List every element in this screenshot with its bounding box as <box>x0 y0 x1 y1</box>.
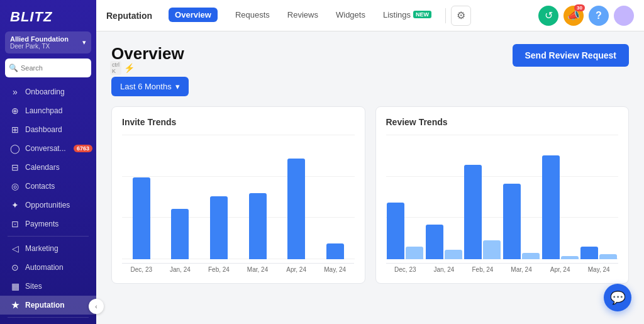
invite-trends-card: Invite Trends Dec, 23 Jan, 24 <box>111 106 365 284</box>
tab-overview[interactable]: Overview <box>160 0 226 31</box>
tab-requests[interactable]: Requests <box>226 0 279 31</box>
bar-r-dec23-sec <box>406 247 423 259</box>
sidebar-item-label: Conversat... <box>25 144 66 153</box>
chevron-down-icon: ▾ <box>175 82 180 91</box>
sidebar-item-label: Reputation <box>25 301 65 310</box>
sidebar-item-label: Marketing <box>25 244 58 253</box>
review-trends-chart: Dec, 23 Jan, 24 Feb, <box>386 135 619 273</box>
tab-listings-label: Listings <box>383 10 411 20</box>
bar-r-jan24-main <box>426 225 443 259</box>
sidebar-item-opportunities[interactable]: ✦ Opportunities <box>0 196 96 215</box>
date-filter-label: Last 6 Months <box>120 82 172 91</box>
automation-icon: ⊙ <box>10 262 20 272</box>
tab-requests-label: Requests <box>235 10 270 20</box>
bar-label-jan24: Jan, 24 <box>161 263 200 273</box>
user-avatar[interactable] <box>614 6 634 26</box>
bar-r-feb24-sec <box>483 240 501 259</box>
account-name: Allied Foundation <box>10 35 69 43</box>
tab-widgets-label: Widgets <box>336 10 365 20</box>
refresh-icon: ↺ <box>545 9 553 21</box>
date-filter-button[interactable]: Last 6 Months ▾ <box>111 77 189 96</box>
bar-r-apr24-main <box>542 155 560 259</box>
topbar-right-icons: ↺ 📣 30 ? <box>538 6 634 26</box>
dashboard-icon: ⊞ <box>10 125 20 135</box>
bar-label-dec23: Dec, 23 <box>122 263 161 273</box>
payments-icon: ⊡ <box>10 219 20 229</box>
bar-label-r-jan24: Jan, 24 <box>425 263 464 273</box>
nav-divider-2 <box>8 317 89 318</box>
review-trends-title: Review Trends <box>386 117 619 127</box>
sidebar-item-automation[interactable]: ⊙ Automation <box>0 258 96 277</box>
bar-feb24 <box>210 196 228 259</box>
bar-apr24 <box>287 159 305 259</box>
bar-group-r-apr24: Apr, 24 <box>541 135 580 273</box>
settings-tab-button[interactable]: ⚙ <box>451 6 471 26</box>
account-selector[interactable]: Allied Foundation Deer Park, TX ▾ <box>5 31 91 53</box>
conversations-icon: ◯ <box>10 143 20 154</box>
app-logo: BLITZ <box>0 0 96 31</box>
sidebar-collapse-button[interactable]: ‹ <box>89 299 104 314</box>
bar-label-r-apr24: Apr, 24 <box>541 263 580 273</box>
tab-reviews-label: Reviews <box>287 10 318 20</box>
calendars-icon: ⊟ <box>10 162 20 172</box>
help-button[interactable]: ? <box>589 6 609 26</box>
bar-label-r-may24: May, 24 <box>579 263 618 273</box>
bar-label-feb24: Feb, 24 <box>199 263 238 273</box>
bar-dec23 <box>133 177 150 259</box>
chat-fab-button[interactable]: 💬 <box>604 284 631 311</box>
bar-r-apr24-sec <box>561 256 579 259</box>
sidebar-nav: » Onboarding ⊕ Launchpad ⊞ Dashboard ◯ C… <box>0 82 96 324</box>
tab-widgets[interactable]: Widgets <box>327 0 374 31</box>
content-header: Overview Send Review Request <box>111 44 629 67</box>
help-icon: ? <box>596 10 602 21</box>
bar-r-may24-sec <box>599 254 617 259</box>
bar-r-mar24-main <box>503 184 521 259</box>
sidebar-item-sites[interactable]: ▦ Sites <box>0 277 96 296</box>
sites-icon: ▦ <box>10 281 20 291</box>
bar-group-dec23: Dec, 23 <box>122 135 161 273</box>
send-review-button[interactable]: Send Review Request <box>513 44 630 67</box>
sidebar-item-contacts[interactable]: ◎ Contacts <box>0 177 96 196</box>
bar-label-mar24: Mar, 24 <box>238 263 277 273</box>
sidebar-item-calendars[interactable]: ⊟ Calendars <box>0 158 96 177</box>
charts-row: Invite Trends Dec, 23 Jan, 24 <box>111 106 629 284</box>
sidebar-item-dashboard[interactable]: ⊞ Dashboard <box>0 120 96 139</box>
bar-r-may24-main <box>580 247 598 259</box>
bar-group-jan24: Jan, 24 <box>161 135 200 273</box>
tab-listings[interactable]: Listings NEW <box>374 0 440 31</box>
sidebar-item-label: Dashboard <box>25 125 62 134</box>
refresh-button[interactable]: ↺ <box>538 6 558 26</box>
bar-group-r-dec23: Dec, 23 <box>386 135 425 273</box>
bar-group-r-mar24: Mar, 24 <box>502 135 541 273</box>
chevron-down-icon: ▾ <box>82 38 86 47</box>
search-bar: 🔍 ctrl K ⚡ <box>5 59 91 77</box>
launchpad-icon: ⊕ <box>10 106 20 116</box>
bar-group-feb24: Feb, 24 <box>199 135 238 273</box>
sidebar-item-reputation[interactable]: ★ Reputation <box>0 296 96 315</box>
conversations-badge: 6763 <box>74 145 92 152</box>
sidebar-item-conversations[interactable]: ◯ Conversat... 6763 <box>0 139 96 158</box>
review-trends-card: Review Trends Dec, 23 <box>375 106 630 284</box>
sidebar-item-label: Sites <box>25 282 42 291</box>
invite-trends-chart: Dec, 23 Jan, 24 Feb, 24 Mar, 24 <box>122 135 355 273</box>
megaphone-button[interactable]: 📣 30 <box>564 6 584 26</box>
bar-group-r-jan24: Jan, 24 <box>425 135 464 273</box>
sidebar-item-launchpad[interactable]: ⊕ Launchpad <box>0 101 96 120</box>
bar-mar24 <box>249 193 267 259</box>
sidebar-item-payments[interactable]: ⊡ Payments <box>0 215 96 233</box>
tab-reviews[interactable]: Reviews <box>279 0 327 31</box>
contacts-icon: ◎ <box>10 181 20 191</box>
invite-trends-title: Invite Trends <box>122 117 355 127</box>
sidebar-item-onboarding[interactable]: » Onboarding <box>0 82 96 101</box>
tab-overview-label: Overview <box>169 8 218 22</box>
sidebar-item-settings[interactable]: ⚙ Settings <box>0 320 96 324</box>
search-icon: 🔍 <box>9 64 18 72</box>
sidebar-item-label: Opportunities <box>25 201 70 209</box>
bar-r-feb24-main <box>464 165 482 259</box>
sidebar-item-marketing[interactable]: ◁ Marketing <box>0 239 96 258</box>
search-input[interactable] <box>21 64 108 72</box>
listings-new-badge: NEW <box>413 11 431 18</box>
bar-group-may24: May, 24 <box>316 135 355 273</box>
sidebar-item-label: Contacts <box>25 182 55 191</box>
bar-r-dec23-main <box>387 203 404 259</box>
